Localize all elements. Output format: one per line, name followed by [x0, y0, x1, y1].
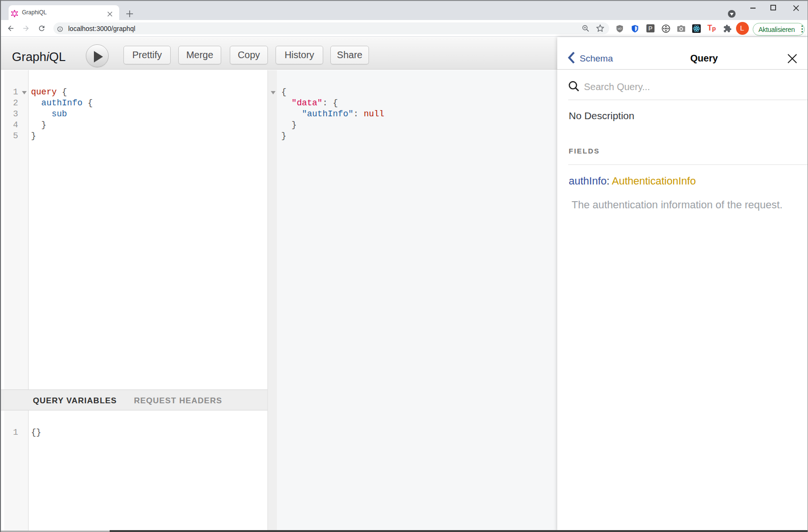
svg-text:uO: uO [618, 27, 622, 30]
